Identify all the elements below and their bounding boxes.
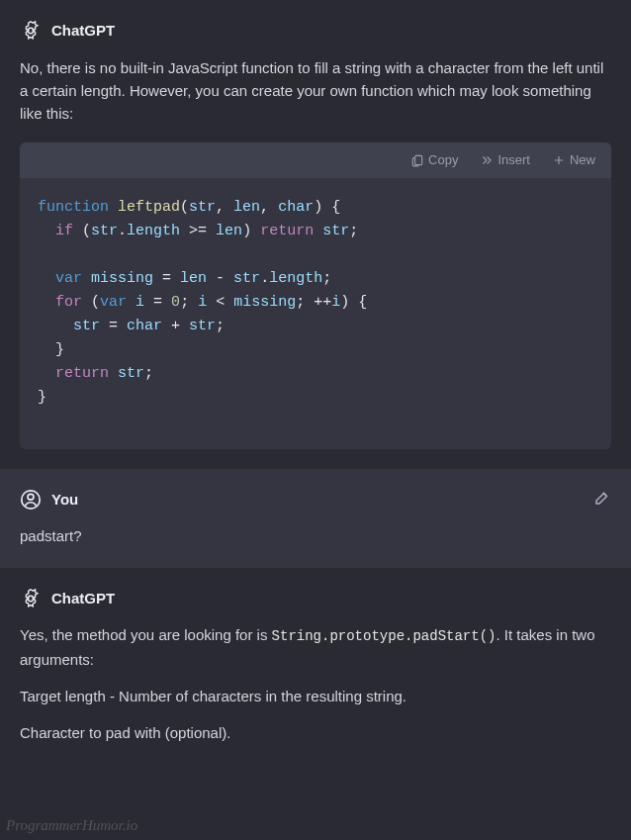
clipboard-icon [410,153,424,167]
assistant-message: ChatGPT Yes, the method you are looking … [0,568,631,765]
edit-icon [593,489,611,507]
new-label: New [570,150,595,170]
user-message: You padstart? [0,469,631,568]
assistant-message: ChatGPT No, there is no built-in JavaScr… [0,0,631,469]
insert-label: Insert [497,150,530,170]
edit-message-button[interactable] [593,489,611,507]
message-text: Yes, the method you are looking for is S… [20,623,611,671]
openai-logo-icon [20,20,42,42]
sender-name: ChatGPT [51,588,115,610]
text-segment: Yes, the method you are looking for is [20,626,272,643]
chevrons-right-icon [480,153,494,167]
plus-icon [552,153,566,167]
code-content[interactable]: function leftpad(str, len, char) { if (s… [20,178,611,449]
watermark: ProgrammerHumor.io [6,814,137,837]
code-block: Copy Insert New function leftpad(str, le… [20,142,611,449]
svg-rect-1 [415,155,422,164]
new-button[interactable]: New [552,150,595,170]
sender-row: ChatGPT [20,20,611,43]
svg-point-3 [28,494,34,500]
sender-row: ChatGPT [20,588,611,610]
user-avatar-icon [20,489,42,511]
message-text: Character to pad with (optional). [20,721,611,744]
sender-name: ChatGPT [51,20,115,43]
insert-button[interactable]: Insert [480,150,530,170]
openai-logo-icon [20,588,42,609]
sender-name: You [51,489,78,512]
message-text: Target length - Number of characters in … [20,685,611,707]
message-text: padstart? [20,524,611,547]
inline-code: String.prototype.padStart() [272,628,496,644]
copy-button[interactable]: Copy [410,150,458,170]
code-toolbar: Copy Insert New [20,142,611,178]
sender-row: You [20,489,611,512]
copy-label: Copy [428,150,458,170]
message-text: No, there is no built-in JavaScript func… [20,56,611,126]
